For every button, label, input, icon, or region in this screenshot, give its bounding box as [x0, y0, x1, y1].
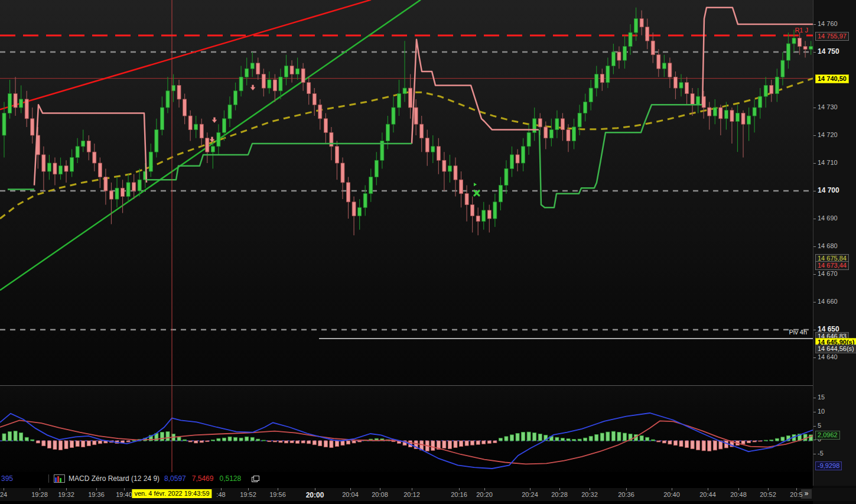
macd-canvas[interactable] — [0, 386, 813, 472]
candle-body — [437, 147, 440, 160]
indicator-title[interactable]: MACD Zéro Retard (12 24 9) — [69, 474, 160, 483]
trend-line[interactable] — [0, 0, 421, 290]
macd-histogram-bar — [708, 441, 711, 451]
detach-window-icon[interactable] — [252, 476, 259, 482]
macd-histogram-bar — [126, 441, 130, 442]
candle-body — [228, 105, 232, 119]
price-axis-label: 14 750 — [818, 47, 839, 56]
axis-tick — [813, 440, 816, 440]
time-axis-label: 20:00 — [306, 491, 324, 499]
price-chart-canvas[interactable] — [0, 0, 813, 385]
candle-body — [341, 163, 344, 183]
indicator-bar: 395 MACD Zéro Retard (12 24 9) 8,0597 7,… — [0, 472, 813, 485]
macd-histogram-bar — [781, 437, 785, 441]
candle-body — [538, 119, 542, 127]
macd-histogram-bar — [487, 441, 491, 443]
macd-histogram-bar — [2, 434, 6, 441]
candle-body — [70, 158, 74, 172]
stop-line-short — [412, 40, 539, 144]
candle-body — [465, 194, 468, 205]
entry-triangle-icon — [474, 183, 477, 186]
candle-body — [183, 99, 187, 116]
candle-body — [719, 108, 722, 119]
axis-tick — [813, 108, 816, 108]
price-chart-pane[interactable]: R1 J Piv 4h — [0, 0, 813, 385]
price-axis[interactable]: 14 76014 75014 73014 72014 71014 70014 6… — [813, 0, 856, 486]
macd-histogram-icon[interactable] — [54, 474, 65, 483]
time-tick — [590, 488, 590, 490]
macd-histogram-bar — [651, 440, 655, 441]
macd-histogram-bar — [465, 441, 468, 446]
time-axis-label: 20:20 — [476, 491, 493, 498]
macd-histogram-bar — [352, 441, 356, 443]
candle-body — [358, 207, 362, 216]
candle-body — [8, 94, 12, 113]
time-tick — [124, 488, 125, 490]
candle-body — [273, 80, 276, 91]
macd-histogram-bar — [448, 441, 451, 448]
candle-body — [527, 132, 530, 147]
macd-histogram-bar — [87, 441, 90, 446]
candle-body — [250, 63, 254, 69]
macd-histogram-bar — [290, 441, 294, 443]
candle-body — [369, 177, 373, 194]
candle-body — [2, 113, 6, 135]
macd-histogram-bar — [98, 441, 102, 444]
candle-body — [234, 91, 237, 105]
macd-histogram-bar — [617, 433, 621, 441]
macd-histogram-bar — [335, 441, 339, 447]
candle-body — [460, 180, 463, 194]
macd-histogram-bar — [741, 441, 745, 444]
r1-pivot-label: R1 J — [795, 27, 808, 34]
time-axis-label: 19:40 — [116, 491, 132, 498]
candle-body — [206, 138, 209, 152]
candle-body — [629, 32, 632, 47]
price-axis-label: 14 640 — [818, 353, 838, 360]
macd-histogram-bar — [460, 441, 463, 447]
trend-line[interactable] — [0, 0, 371, 109]
macd-histogram-bar — [206, 441, 209, 441]
candle-body — [708, 108, 711, 116]
macd-histogram-bar — [770, 440, 773, 441]
time-axis-label: 20:40 — [663, 491, 680, 498]
macd-histogram-bar — [14, 431, 17, 441]
candle-body — [454, 166, 457, 180]
time-axis-label: 20:48 — [730, 491, 747, 498]
candle-body — [510, 155, 514, 169]
candle-body — [792, 38, 796, 44]
macd-histogram-bar — [64, 441, 68, 448]
candle-body — [487, 210, 491, 219]
time-tick — [221, 488, 222, 490]
candle-body — [764, 85, 767, 96]
macd-histogram-bar — [358, 441, 362, 442]
macd-indicator-pane[interactable] — [0, 386, 813, 472]
time-tick — [350, 488, 351, 490]
macd-histogram-bar — [194, 441, 198, 443]
macd-histogram-bar — [753, 441, 756, 442]
time-tick — [248, 488, 249, 490]
macd-histogram-bar — [250, 437, 254, 441]
candle-body — [482, 210, 486, 222]
candle-body — [753, 108, 756, 116]
time-axis-label: 20:08 — [372, 491, 388, 498]
candle-body — [786, 44, 790, 60]
time-axis[interactable]: ven. 4 févr. 2022 19:43:59 » 2419:2819:3… — [0, 488, 856, 501]
macd-histogram-bar — [668, 441, 672, 444]
candle-body — [318, 105, 322, 119]
candle-body — [651, 41, 655, 55]
candle-body — [691, 94, 694, 105]
candle-body — [87, 141, 90, 152]
macd-histogram-bar — [471, 441, 474, 445]
candle-body — [155, 130, 158, 152]
macd-histogram-bar — [8, 432, 12, 441]
macd-histogram-bar — [505, 437, 508, 441]
candle-body — [572, 127, 576, 141]
axis-tick — [813, 426, 816, 427]
macd-histogram-bar — [188, 441, 192, 442]
candle-body — [398, 94, 401, 108]
pane-divider[interactable] — [0, 385, 856, 386]
signal-line-value: 7,5469 — [192, 474, 214, 483]
candle-body — [634, 19, 638, 32]
sell-signal-arrow-icon — [212, 118, 217, 123]
macd-histogram-bar — [584, 438, 587, 441]
